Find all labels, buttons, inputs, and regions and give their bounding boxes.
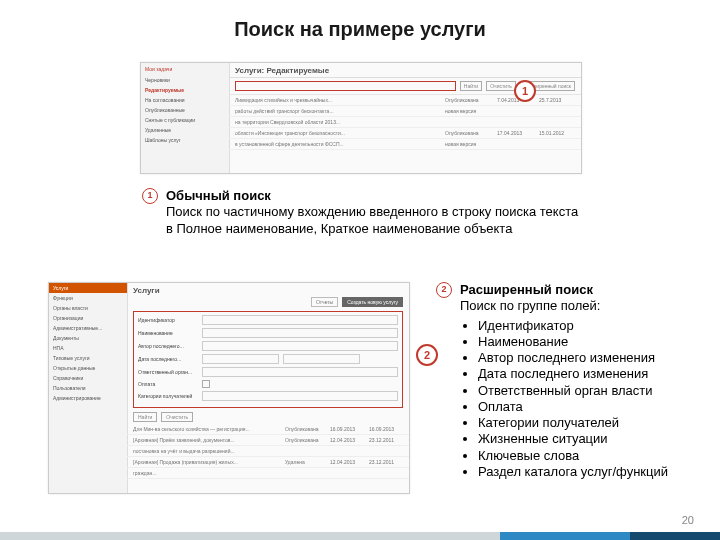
form-label: Наименование: [138, 330, 198, 336]
marker-2-inline: 2: [436, 282, 452, 298]
table-row: области «Инспекция транспорт безопасност…: [229, 128, 581, 139]
form-label: Дата последнего...: [138, 356, 198, 362]
cell: 12.04.2013: [330, 437, 364, 443]
cell: 15.01.2012: [539, 130, 575, 136]
cell: [445, 119, 491, 125]
screenshot-1: Мои задачи Черновики Редактируемые На со…: [140, 62, 582, 174]
cell: 16.09.2013: [369, 426, 403, 432]
shot2-nav-item: Администрирование: [49, 393, 127, 403]
cell: работы действий транспорт бесконтакта...: [235, 108, 439, 114]
cell: [Архивная] Приём заявлений, документов..…: [133, 437, 280, 443]
marker-1-inline: 1: [142, 188, 158, 204]
cell: [539, 141, 575, 147]
form-label: Оплата: [138, 381, 198, 387]
cell: 23.12.2011: [369, 437, 403, 443]
cell: [330, 448, 364, 454]
shot1-nav-item: Опубликованные: [141, 105, 229, 115]
shot2-find-button: Найти: [133, 412, 157, 422]
shot2-left-nav: Услуги Функции Органы власти Организации…: [49, 283, 128, 493]
shot2-reports-button: Отчеты: [311, 297, 338, 307]
shot2-nav-item: Административные...: [49, 323, 127, 333]
cell: 25.7.2013: [539, 97, 575, 103]
bullet-item: Жизненные ситуации: [478, 431, 668, 447]
cell: 17.04.2013: [497, 130, 533, 136]
bullet-item: Автор последнего изменения: [478, 350, 668, 366]
cell: Опубликована: [285, 426, 325, 432]
form-input: [202, 328, 398, 338]
form-label: Идентификатор: [138, 317, 198, 323]
page-number: 20: [682, 514, 694, 526]
form-label: Ответственный орган...: [138, 369, 198, 375]
bullet-item: Идентификатор: [478, 318, 668, 334]
table-row: на территории Свердловской области 2013.…: [229, 117, 581, 128]
cell: 12.04.2013: [330, 459, 364, 465]
shot2-nav-item: Органы власти: [49, 303, 127, 313]
shot2-nav-item: Пользователи: [49, 383, 127, 393]
cell: Опубликована: [445, 97, 491, 103]
shot2-nav-item: Типовые услуги: [49, 353, 127, 363]
cell: постановка на учёт и выдача разрешений..…: [133, 448, 280, 454]
desc1-head: Обычный поиск: [166, 188, 582, 204]
shot1-nav-item: Удаленные: [141, 125, 229, 135]
shot1-nav-item: На согласовании: [141, 95, 229, 105]
bullet-item: Наименование: [478, 334, 668, 350]
desc2-head: Расширенный поиск: [460, 282, 668, 298]
cell: [369, 448, 403, 454]
cell: области «Инспекция транспорт безопасност…: [235, 130, 439, 136]
shot2-nav-item: НПА: [49, 343, 127, 353]
shot2-nav-item: Функции: [49, 293, 127, 303]
marker-1: 1: [514, 80, 536, 102]
shot2-nav-item: Организации: [49, 313, 127, 323]
cell: [330, 470, 364, 476]
cell: [369, 470, 403, 476]
cell: Для Мин-ва сельского хозяйства — регистр…: [133, 426, 280, 432]
shot1-clear-button: Очистить: [486, 81, 516, 91]
form-input: [202, 341, 398, 351]
shot2-header: Услуги: [127, 283, 409, 297]
form-input: [202, 315, 398, 325]
shot1-left-nav: Мои задачи Черновики Редактируемые На со…: [141, 63, 230, 173]
bullet-item: Раздел каталога услуг/функций: [478, 464, 668, 480]
shot2-nav-item: Справочники: [49, 373, 127, 383]
shot2-nav-item: Услуги: [49, 283, 127, 293]
table-row: постановка на учёт и выдача разрешений..…: [127, 446, 409, 457]
marker-2: 2: [416, 344, 438, 366]
cell: Опубликована: [445, 130, 491, 136]
cell: в установленной сфере деятельности ФССП.…: [235, 141, 439, 147]
cell: 23.12.2011: [369, 459, 403, 465]
table-row: работы действий транспорт бесконтакта...…: [229, 106, 581, 117]
table-row: граждан...: [127, 468, 409, 479]
bullet-item: Категории получателей: [478, 415, 668, 431]
desc2-bullets: Идентификатор Наименование Автор последн…: [460, 318, 668, 481]
shot1-nav-head: Мои задачи: [141, 63, 229, 75]
cell: [285, 470, 325, 476]
cell: Опубликована: [285, 437, 325, 443]
cell: [497, 108, 533, 114]
cell: [539, 119, 575, 125]
cell: граждан...: [133, 470, 280, 476]
bullet-item: Дата последнего изменения: [478, 366, 668, 382]
shot2-create-button: Создать новую услугу: [342, 297, 403, 307]
shot2-search-form: Идентификатор Наименование Автор последн…: [133, 311, 403, 408]
cell: 16.09.2013: [330, 426, 364, 432]
cell: Удалена: [285, 459, 325, 465]
desc1-body: Поиск по частичному вхождению введенного…: [166, 204, 582, 237]
bullet-item: Ответственный орган власти: [478, 383, 668, 399]
cell: на территории Свердловской области 2013.…: [235, 119, 439, 125]
form-label: Категории получателей: [138, 393, 198, 399]
cell: [539, 108, 575, 114]
desc2-intro: Поиск по группе полей:: [460, 298, 668, 314]
shot2-nav-item: Документы: [49, 333, 127, 343]
table-row: в установленной сфере деятельности ФССП.…: [229, 139, 581, 150]
shot1-find-button: Найти: [460, 81, 482, 91]
cell: новая версия: [445, 108, 491, 114]
shot1-nav-item: Редактируемые: [141, 85, 229, 95]
shot1-search-input: [235, 81, 456, 91]
screenshot-2: Услуги Функции Органы власти Организации…: [48, 282, 410, 494]
cell: новая версия: [445, 141, 491, 147]
slide-title: Поиск на примере услуги: [0, 18, 720, 41]
form-input: [202, 367, 398, 377]
bottom-bar: [0, 532, 720, 540]
form-label: Автор последнего...: [138, 343, 198, 349]
shot2-nav-item: Открытые данные: [49, 363, 127, 373]
